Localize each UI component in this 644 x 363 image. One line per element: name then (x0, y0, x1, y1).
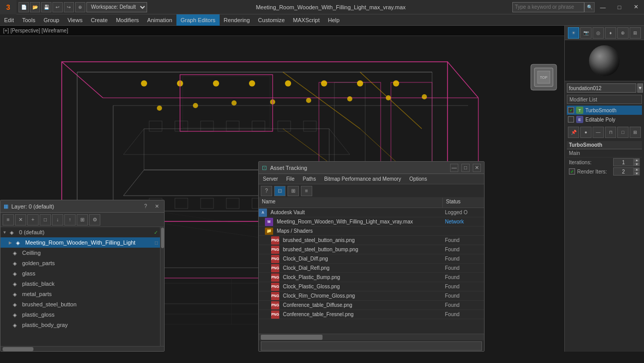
asset-close-btn[interactable]: ✕ (473, 164, 481, 172)
rt-space-btn[interactable]: ⊞ (630, 27, 641, 39)
layers-add-btn[interactable]: + (27, 214, 39, 226)
layers-move-down-btn[interactable]: ↓ (52, 214, 63, 226)
mod-pin-btn[interactable]: 📌 (568, 127, 579, 138)
menu-modifiers[interactable]: Modifiers (112, 14, 143, 26)
rt-geo-btn[interactable]: ◎ (593, 27, 604, 39)
rt-light-btn[interactable]: ☀ (568, 27, 579, 39)
iterations-up[interactable]: ▲ (634, 158, 640, 162)
viewport[interactable]: [+] [Perspective] [Wireframe] Total Poly… (0, 26, 564, 352)
mod-vertex-btn[interactable]: ● (580, 127, 592, 138)
nav-cube[interactable]: TOP (528, 62, 559, 93)
layers-settings-btn[interactable]: ⚙ (89, 214, 100, 226)
asset-menu-paths[interactable]: Paths (299, 174, 320, 184)
render-iters-checkbox[interactable]: ✓ (569, 168, 575, 175)
asset-row-file8[interactable]: PNG Conference_table_Fresnel.png Found (259, 310, 484, 319)
render-iters-up[interactable]: ▲ (634, 167, 640, 171)
asset-minimize-btn[interactable]: — (450, 164, 458, 172)
close-btn[interactable]: ✕ (628, 0, 644, 14)
modifier-checkbox2[interactable] (568, 116, 574, 123)
modifier-checkbox[interactable]: ✓ (568, 107, 574, 113)
layers-hscrollbar[interactable] (1, 346, 164, 351)
asset-header[interactable]: ⊡ Asset Tracking — □ ✕ (259, 162, 484, 174)
layer-row-plastic-gloss[interactable]: ◈ plastic_gloss (1, 309, 160, 320)
asset-menu-server[interactable]: Server (259, 174, 282, 184)
modifier-dropdown-btn[interactable]: ▼ (637, 83, 643, 93)
modifier-entry-editablepoly[interactable]: E Editable Poly (567, 115, 642, 124)
maximize-btn[interactable]: □ (611, 0, 628, 14)
search-btn[interactable]: 🔍 (584, 2, 595, 12)
render-iters-spinner[interactable]: ▲ ▼ (634, 167, 640, 176)
open-btn[interactable]: 📂 (30, 2, 40, 12)
asset-row-file5[interactable]: PNG Clock_Plastic_Gloss.png Found (259, 282, 484, 291)
search-input[interactable] (512, 2, 584, 12)
asset-row-file6[interactable]: PNG Clock_Rim_Chrome_Gloss.png Found (259, 291, 484, 301)
asset-list-btn[interactable]: ≡ (301, 186, 312, 196)
asset-menu-options[interactable]: Options (405, 174, 431, 184)
rt-camera-btn[interactable]: 📷 (580, 27, 592, 39)
menu-views[interactable]: Views (63, 14, 86, 26)
col-status-header[interactable]: Status (443, 198, 484, 208)
menu-help[interactable]: Help (324, 14, 344, 26)
layer-row-plastic-black[interactable]: ◈ plastic_black (1, 279, 160, 289)
render-iters-down[interactable]: ▼ (634, 171, 640, 176)
asset-menu-bitmap[interactable]: Bitmap Performance and Memory (320, 174, 405, 184)
asset-row-file3[interactable]: PNG Clock_Dial_Refl.png Found (259, 264, 484, 273)
asset-maximize-btn[interactable]: □ (461, 164, 470, 172)
select-btn[interactable]: ⊕ (75, 2, 85, 12)
redo-btn[interactable]: ↪ (64, 2, 74, 12)
menu-group[interactable]: Group (40, 14, 64, 26)
layer-row-ceilling[interactable]: ◈ Ceilling (1, 248, 160, 258)
asset-row-file2[interactable]: PNG Clock_Dial_Diff.png Found (259, 254, 484, 264)
modifier-entry-turbosmooth[interactable]: ✓ T TurboSmooth (567, 106, 642, 115)
layers-list-btn[interactable]: ≡ (3, 214, 14, 226)
layer-row-metal[interactable]: ◈ metal_parts (1, 289, 160, 299)
menu-edit[interactable]: Edit (0, 14, 18, 26)
layers-close-btn[interactable]: ✕ (153, 202, 161, 211)
layer-row-golden[interactable]: ◈ golden_parts (1, 258, 160, 268)
layer-row-meeting[interactable]: ▶ ◈ Meeting_Room_Wooden_With_Filling_Lig… (1, 237, 160, 248)
minimize-btn[interactable]: — (595, 0, 611, 14)
menu-rendering[interactable]: Rendering (220, 14, 254, 26)
iterations-spinner[interactable]: ▲ ▼ (634, 158, 640, 166)
layers-delete-btn[interactable]: ✕ (15, 214, 26, 226)
asset-hscrollbar[interactable] (259, 334, 484, 340)
asset-row-maps[interactable]: 📁 Maps / Shaders (259, 227, 484, 236)
new-btn[interactable]: 📄 (19, 2, 29, 12)
asset-help-btn[interactable]: ? (261, 186, 272, 196)
menu-tools[interactable]: Tools (18, 14, 40, 26)
layers-move-up-btn[interactable]: ↑ (64, 214, 76, 226)
asset-menu-file[interactable]: File (282, 174, 298, 184)
mod-border-btn[interactable]: ⊓ (605, 127, 616, 138)
layers-scrollbar[interactable] (160, 227, 164, 346)
layers-select-btn[interactable]: □ (40, 214, 51, 226)
render-iters-input[interactable] (613, 167, 634, 176)
layer-row-plastic-body[interactable]: ◈ plastic_body_gray (1, 320, 160, 330)
asset-grid-btn[interactable]: ⊞ (288, 186, 299, 196)
col-name-header[interactable]: Name (259, 198, 443, 208)
iterations-input[interactable] (613, 158, 634, 166)
menu-customize[interactable]: Customize (254, 14, 289, 26)
rt-helper-btn[interactable]: ⊕ (617, 27, 629, 39)
iterations-down[interactable]: ▼ (634, 162, 640, 166)
asset-vault-btn[interactable]: ⊡ (274, 186, 285, 196)
save-btn[interactable]: 💾 (41, 2, 51, 12)
asset-row-file1[interactable]: PNG brushed_steel_button_bump.png Found (259, 245, 484, 254)
asset-row-file7[interactable]: PNG Conference_table_Diffuse.png Found (259, 301, 484, 310)
rt-shape-btn[interactable]: ♦ (605, 27, 616, 39)
undo-btn[interactable]: ↩ (52, 2, 63, 12)
modifier-list-dropdown[interactable]: Modifier List (567, 95, 642, 104)
layer-row-default[interactable]: ▼ ◈ 0 (default) ✓ (1, 227, 160, 237)
asset-row-maxfile[interactable]: M Meeting_Room_Wooden_With_Filling_Light… (259, 217, 484, 227)
layers-merge-btn[interactable]: ⊞ (77, 214, 88, 226)
mod-element-btn[interactable]: ⊞ (630, 127, 641, 138)
menu-animation[interactable]: Animation (143, 14, 176, 26)
menu-graph-editors[interactable]: Graph Editors (176, 14, 220, 26)
menu-maxscript[interactable]: MAXScript (289, 14, 324, 26)
asset-path-input[interactable] (261, 341, 482, 351)
modifier-name-input[interactable] (567, 83, 636, 93)
layer-row-brushed[interactable]: ◈ brushed_steel_button (1, 299, 160, 309)
asset-row-vault[interactable]: A Autodesk Vault Logged O (259, 208, 484, 217)
layers-header[interactable]: ▦ Layer: 0 (default) ? ✕ (1, 200, 164, 213)
layers-help-btn[interactable]: ? (141, 202, 150, 211)
asset-row-file0[interactable]: PNG brushed_steel_button_anis.png Found (259, 236, 484, 245)
